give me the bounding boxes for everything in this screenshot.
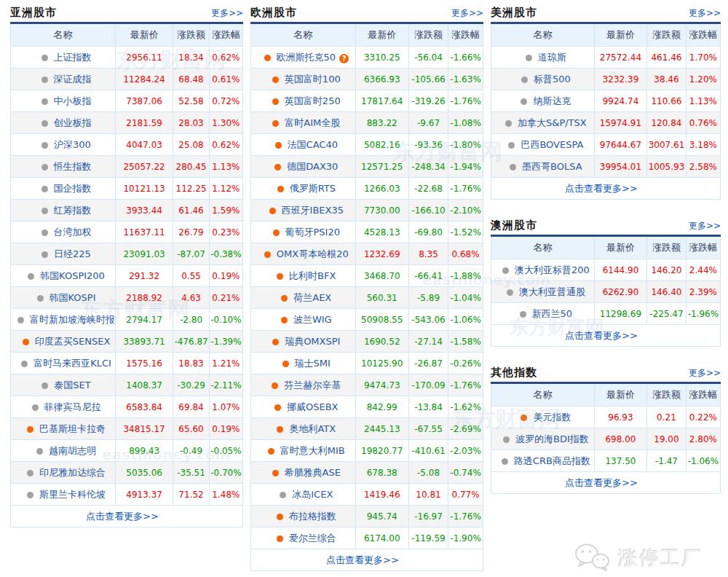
index-name-link[interactable]: 韩国KOSPI <box>50 292 96 303</box>
index-name-cell: 标普500 <box>491 68 595 90</box>
bullet-icon <box>520 311 526 318</box>
europe-markets-table: 名称 最新价 涨跌额 涨跌幅 欧洲斯托克50?3310.25-56.04-1.6… <box>250 22 483 571</box>
table-row: 冰岛ICEX1419.4610.810.77% <box>251 484 483 506</box>
more-link[interactable]: 更多>> <box>689 220 721 232</box>
index-name-link[interactable]: 富时意大利MIB <box>280 445 345 456</box>
index-name-link[interactable]: 富时AIM全股 <box>285 117 340 128</box>
bullet-icon <box>23 339 29 345</box>
index-name-link[interactable]: 西班牙IBEX35 <box>282 205 344 216</box>
index-name-link[interactable]: 瑞士SMI <box>295 358 331 369</box>
index-name-cell: 挪威OSEBX <box>251 396 356 418</box>
index-name-link[interactable]: 深证成指 <box>54 74 92 85</box>
view-more-link[interactable]: 点击查看更多>> <box>565 183 638 194</box>
index-name-link[interactable]: OMX哥本哈根20 <box>277 248 349 259</box>
index-name-link[interactable]: 挪威OSEBX <box>287 401 339 412</box>
latest-price: 560.31 <box>355 287 408 309</box>
index-name-link[interactable]: 泰国SET <box>54 380 90 390</box>
latest-price: 3232.39 <box>594 68 646 90</box>
index-name-link[interactable]: 英国富时250 <box>285 95 341 106</box>
index-name-link[interactable]: 印度孟买SENSEX <box>35 336 111 347</box>
view-more-link[interactable]: 点击查看更多>> <box>86 511 159 522</box>
latest-price: 6174.00 <box>355 527 408 549</box>
index-name-link[interactable]: 标普500 <box>534 74 571 85</box>
index-name-link[interactable]: 比利时BFX <box>289 270 336 281</box>
change-amount: -87.07 <box>173 243 210 265</box>
index-name-link[interactable]: 台湾加权 <box>54 227 92 238</box>
change-amount: -13.84 <box>408 396 448 418</box>
change-percent: 0.76% <box>686 112 720 134</box>
index-name-link[interactable]: 纳斯达克 <box>533 95 571 106</box>
more-link[interactable]: 更多>> <box>211 7 243 20</box>
index-name-link[interactable]: 英国富时100 <box>285 74 341 85</box>
index-name-link[interactable]: 澳大利亚普通股 <box>519 286 585 297</box>
change-percent: 1.12% <box>209 178 242 200</box>
column-header-change: 涨跌额 <box>408 23 448 47</box>
index-name-link[interactable]: 波罗的海BDI指数 <box>515 433 589 444</box>
help-icon[interactable]: ? <box>339 54 349 63</box>
index-name-link[interactable]: 菲律宾马尼拉 <box>44 401 101 412</box>
view-more-link[interactable]: 点击查看更多>> <box>565 330 638 341</box>
change-amount: 10.81 <box>408 484 448 506</box>
index-name-link[interactable]: 加拿大S&P/TSX <box>518 117 587 128</box>
index-name-link[interactable]: 美元指数 <box>533 412 571 423</box>
bullet-icon <box>21 361 28 367</box>
index-name-link[interactable]: 红筹指数 <box>54 205 92 216</box>
index-name-link[interactable]: 希腊雅典ASE <box>285 467 341 478</box>
table-row: 越南胡志明899.43-0.49-0.05% <box>11 440 243 462</box>
index-name-link[interactable]: 德国DAX30 <box>287 161 338 172</box>
index-name-link[interactable]: 瑞典OMXSPI <box>285 336 340 347</box>
index-name-link[interactable]: 墨西哥BOLSA <box>522 161 582 172</box>
table-row: 挪威OSEBX842.99-13.84-1.62% <box>251 396 483 418</box>
index-name-link[interactable]: 新西兰50 <box>532 308 573 319</box>
index-name-link[interactable]: 富时马来西亚KLCI <box>33 358 111 369</box>
index-name-link[interactable]: 爱尔兰综合 <box>289 533 336 543</box>
index-name-link[interactable]: 波兰WIG <box>293 314 332 325</box>
index-name-link[interactable]: 上证指数 <box>54 52 92 63</box>
index-name-link[interactable]: 日经225 <box>54 248 91 259</box>
index-name-link[interactable]: 越南胡志明 <box>49 445 96 456</box>
australia-markets-table: 名称 最新价 涨跌额 涨跌幅 澳大利亚标普2006144.90146.202.4… <box>491 235 721 347</box>
latest-price: 50908.55 <box>355 309 408 331</box>
index-name-link[interactable]: 国企指数 <box>54 183 92 194</box>
index-name-link[interactable]: 澳大利亚标普200 <box>515 264 590 275</box>
index-name-cell: 墨西哥BOLSA <box>491 156 595 178</box>
index-name-link[interactable]: 俄罗斯RTS <box>290 183 336 194</box>
column-header-change: 涨跌额 <box>647 383 687 407</box>
index-name-link[interactable]: 巴基斯坦卡拉奇 <box>39 423 106 434</box>
table-row: 富时马来西亚KLCI1575.1618.831.21% <box>11 353 243 374</box>
index-name-link[interactable]: 斯里兰卡科伦坡 <box>39 489 106 500</box>
index-name-link[interactable]: 芬兰赫尔辛基 <box>284 380 341 390</box>
index-name-cell: 西班牙IBEX35 <box>251 200 356 221</box>
change-amount: -225.47 <box>647 303 687 325</box>
more-link[interactable]: 更多>> <box>689 367 721 380</box>
change-amount: -119.59 <box>408 527 448 549</box>
index-name-link[interactable]: 法国CAC40 <box>288 139 338 150</box>
index-name-link[interactable]: 印尼雅加达综合 <box>39 467 106 478</box>
index-name-link[interactable]: 冰岛ICEX <box>292 489 333 500</box>
index-name-cell: OMX哥本哈根20 <box>251 243 356 265</box>
index-name-link[interactable]: 创业板指 <box>54 117 92 128</box>
more-link[interactable]: 更多>> <box>689 7 721 20</box>
view-more-link[interactable]: 点击查看更多>> <box>565 477 638 488</box>
index-name-link[interactable]: 韩国KOSPI200 <box>40 270 105 281</box>
index-name-link[interactable]: 欧洲斯托克50 <box>277 52 336 63</box>
bullet-icon <box>281 295 288 302</box>
index-name-link[interactable]: 中小板指 <box>54 95 92 106</box>
table-row: 瑞士SMI10125.90-26.87-0.26% <box>251 353 483 374</box>
index-name-link[interactable]: 富时新加坡海峡时报 <box>30 314 115 325</box>
bullet-icon <box>272 339 279 345</box>
index-name-link[interactable]: 道琼斯 <box>538 52 566 63</box>
index-name-link[interactable]: 沪深300 <box>54 139 91 150</box>
index-name-link[interactable]: 布拉格指数 <box>289 511 336 522</box>
index-name-link[interactable]: 路透CRB商品指数 <box>514 455 590 466</box>
index-name-link[interactable]: 荷兰AEX <box>293 292 331 303</box>
index-name-link[interactable]: 巴西BOVESPA <box>521 139 583 150</box>
index-name-link[interactable]: 恒生指数 <box>54 161 92 172</box>
view-more-link[interactable]: 点击查看更多>> <box>326 554 399 565</box>
change-percent: 2.58% <box>686 156 720 178</box>
index-name-link[interactable]: 葡萄牙PSI20 <box>285 227 340 238</box>
more-link[interactable]: 更多>> <box>451 7 483 20</box>
index-name-link[interactable]: 奥地利ATX <box>289 423 336 434</box>
latest-price: 1266.03 <box>355 178 408 200</box>
index-name-cell: 新西兰50 <box>491 303 595 325</box>
